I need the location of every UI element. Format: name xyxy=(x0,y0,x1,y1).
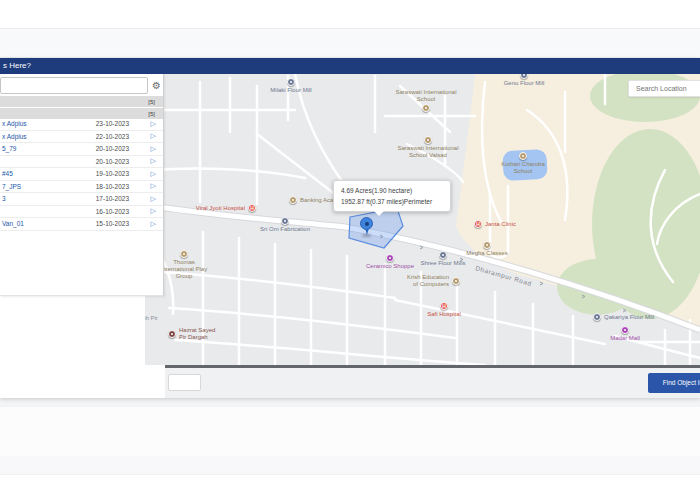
table-row: 7_JPS18-10-2023▷ xyxy=(0,181,163,194)
poi-label: Saraswati International School Valsad xyxy=(395,145,461,159)
table-row: #4519-10-2023▷ xyxy=(0,168,163,181)
footer-left-spacer xyxy=(0,365,165,398)
mill-icon xyxy=(281,217,289,225)
screenshot-canvas: s Here? xyxy=(0,0,700,500)
device-date: 23-10-2023 xyxy=(96,120,129,128)
table-row: 20-10-2023▷ xyxy=(0,156,163,169)
poi-label: Genu Flour Mill xyxy=(500,80,548,87)
settings-icon[interactable]: ⚙ xyxy=(150,78,163,93)
tooltip-arrow xyxy=(374,211,384,216)
mill-icon xyxy=(593,313,601,321)
footer-bar: Find Object In xyxy=(165,365,700,398)
map-canvas[interactable]: Dharampur Road xyxy=(145,74,700,366)
play-icon[interactable]: ▷ xyxy=(151,157,156,165)
poi-label: Janta Clinic xyxy=(485,221,527,228)
poi-label: Sri Om Fabrication xyxy=(254,226,316,233)
device-link[interactable]: x Adplus xyxy=(2,133,27,141)
hospital-h-glyph: H xyxy=(249,205,255,211)
poi-label: Krish Education of Computers xyxy=(401,274,449,288)
sidebar-search-input[interactable] xyxy=(0,77,148,94)
shop-icon xyxy=(621,326,629,334)
footer-input[interactable] xyxy=(168,374,201,391)
device-link[interactable]: 7_JPS xyxy=(2,183,21,191)
play-icon[interactable]: ▷ xyxy=(151,145,156,153)
mill-icon xyxy=(439,251,447,259)
school-icon xyxy=(422,104,430,112)
table-row: 317-10-2023▷ xyxy=(0,193,163,206)
ghost-band xyxy=(0,407,700,457)
table-row: 16-10-2023▷ xyxy=(0,206,163,219)
device-date: 18-10-2023 xyxy=(96,183,129,191)
table-row: 5_7920-10-2023▷ xyxy=(0,143,163,156)
school-icon xyxy=(180,250,188,258)
poi-label: Kothari Chandra School xyxy=(499,161,547,175)
pin-core xyxy=(365,222,369,226)
map-area[interactable]: Dharampur Road Milaki Flour MillSaraswat… xyxy=(145,74,700,366)
app-window: s Here? xyxy=(0,58,700,398)
shop-icon xyxy=(386,254,394,262)
play-icon[interactable]: ▷ xyxy=(151,220,156,228)
ghost-band xyxy=(0,456,700,475)
hospital-icon: H xyxy=(440,302,448,310)
window-header: s Here? xyxy=(0,58,700,74)
device-date: 20-10-2023 xyxy=(96,158,129,166)
play-icon[interactable]: ▷ xyxy=(151,170,156,178)
device-link[interactable]: x Adplus xyxy=(2,120,27,128)
school-icon xyxy=(452,277,460,285)
poi-label: Qakariya Flour Mill xyxy=(604,314,666,321)
play-icon[interactable]: ▷ xyxy=(151,207,156,215)
search-location-input[interactable]: Search Location xyxy=(628,80,700,97)
poi-label: Thomas International Play Group xyxy=(157,259,212,280)
device-date: 20-10-2023 xyxy=(96,145,129,153)
table-row: Van_0115-10-2023▷ xyxy=(0,218,163,231)
poi-label: Viral Jyoti Hospital xyxy=(187,205,245,212)
poi-label: Hazrat Sayed Pir Dargah xyxy=(179,327,221,341)
sidebar-panel: ⚙ [5][5] x Adplus23-10-2023▷x Adplus22-1… xyxy=(0,74,164,296)
ghost-browser-toolbar xyxy=(0,29,700,58)
table-row: x Adplus23-10-2023▷ xyxy=(0,118,163,131)
mosque-icon xyxy=(168,330,176,338)
device-link[interactable]: 5_79 xyxy=(2,145,16,153)
poi-label: Milaki Flour Mill xyxy=(265,87,317,94)
device-date: 19-10-2023 xyxy=(96,170,129,178)
hospital-icon: H xyxy=(248,204,256,212)
hospital-h-glyph: H xyxy=(475,221,481,227)
hospital-icon: H xyxy=(474,220,482,228)
poi-label: Safi Hospital xyxy=(422,311,466,318)
school-icon xyxy=(424,136,432,144)
device-date: 16-10-2023 xyxy=(96,208,129,216)
poi-label: ah Pir xyxy=(145,315,165,322)
device-date: 22-10-2023 xyxy=(96,133,129,141)
sidebar-list: x Adplus23-10-2023▷x Adplus22-10-2023▷5_… xyxy=(0,118,163,231)
group-count: [5] xyxy=(148,110,155,118)
poi-label: Ceramico Shoppe xyxy=(360,263,420,270)
poi-label: Megha Classes xyxy=(463,250,511,257)
selected-location-pin[interactable] xyxy=(360,217,373,236)
sidebar-groups: [5][5] xyxy=(0,96,163,120)
tooltip-area-line: 4.69 Acres(1.90 hectare) xyxy=(341,185,443,196)
tooltip-perimeter-line: 1952.87 ft(0.37 miles)Perimeter xyxy=(341,196,443,207)
school-icon xyxy=(519,152,527,160)
window-title: s Here? xyxy=(3,60,31,72)
device-link[interactable]: 3 xyxy=(2,195,6,203)
school-icon xyxy=(289,196,297,204)
group-row[interactable]: [5] xyxy=(0,96,163,108)
device-link[interactable]: #45 xyxy=(2,170,13,178)
play-icon[interactable]: ▷ xyxy=(151,120,156,128)
poi-label: Madar Mall xyxy=(605,335,645,342)
poi-label: Shree Flour Mills xyxy=(413,260,473,267)
device-link[interactable]: Van_01 xyxy=(2,220,24,228)
hospital-h-glyph: H xyxy=(441,303,447,309)
play-icon[interactable]: ▷ xyxy=(151,132,156,140)
table-row: x Adplus22-10-2023▷ xyxy=(0,131,163,144)
poi-label: Saraswati International School xyxy=(395,89,457,103)
device-date: 15-10-2023 xyxy=(96,220,129,228)
measurement-tooltip: 4.69 Acres(1.90 hectare) 1952.87 ft(0.37… xyxy=(333,180,451,212)
find-object-button[interactable]: Find Object In xyxy=(648,373,700,393)
mill-icon xyxy=(287,78,295,86)
device-date: 17-10-2023 xyxy=(96,195,129,203)
group-count: [5] xyxy=(148,98,155,106)
school-icon xyxy=(483,241,491,249)
play-icon[interactable]: ▷ xyxy=(151,195,156,203)
play-icon[interactable]: ▷ xyxy=(151,182,156,190)
